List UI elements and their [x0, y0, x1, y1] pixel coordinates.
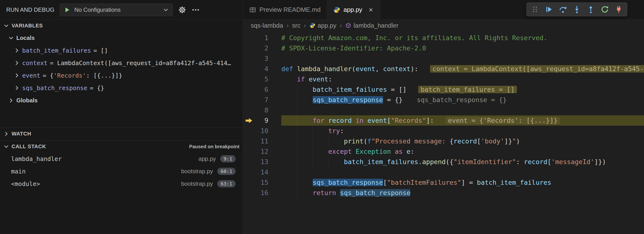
code-line-6[interactable]: 6batch_item_failures = []batch_item_fail…	[243, 84, 644, 95]
start-debugging-icon[interactable]	[64, 6, 70, 13]
variable-row-context[interactable]: context= LambdaContext([aws_request_id=a…	[0, 57, 243, 69]
more-actions-icon[interactable]	[192, 6, 200, 14]
markdown-preview-icon	[249, 6, 256, 13]
code-line-5[interactable]: 5if event:	[243, 74, 644, 84]
breadcrumb-item-app-py[interactable]: app.py	[310, 22, 336, 29]
gear-icon[interactable]	[178, 6, 186, 14]
code-editor[interactable]: 1# Copyright Amazon.com, Inc. or its aff…	[243, 31, 644, 234]
stack-frame[interactable]: mainbootstrap.py60:1	[0, 165, 243, 178]
gutter[interactable]: 9	[243, 115, 281, 126]
gutter[interactable]: 10	[243, 126, 281, 136]
stack-frame[interactable]: lambda_handlerapp.py9:1	[0, 153, 243, 165]
gutter[interactable]: 4	[243, 64, 281, 74]
chevron-down-icon	[8, 35, 14, 41]
restart-button[interactable]	[598, 3, 611, 15]
code-line-4[interactable]: 4def lambda_handler(event, context):cont…	[243, 64, 644, 74]
gutter[interactable]: 6	[243, 84, 281, 95]
symbol-method-icon	[345, 23, 351, 28]
variable-row-event[interactable]: event= {'Records': [{...}]}	[0, 69, 243, 82]
inline-debug-value: batch_item_failures = []	[418, 86, 517, 93]
line-content	[281, 105, 644, 115]
chevron-down-icon	[3, 23, 9, 29]
line-number: 12	[254, 146, 281, 157]
breadcrumb[interactable]: sqs-lambda›src›app.py›lambda_handler	[243, 20, 644, 31]
indent-guide	[297, 167, 312, 177]
code-line-3[interactable]: 3	[243, 53, 644, 64]
gutter[interactable]: 11	[243, 136, 281, 146]
gutter[interactable]: 15	[243, 177, 281, 188]
code-line-9[interactable]: 9for record in event["Records"]:event = …	[243, 115, 644, 126]
indent-guide	[281, 157, 297, 167]
line-number: 1	[254, 33, 281, 43]
breadcrumb-item-lambda-handler[interactable]: lambda_handler	[345, 22, 398, 29]
indent-guide	[297, 115, 312, 126]
code-line-14[interactable]: 14	[243, 167, 644, 177]
variable-name: event	[22, 72, 40, 79]
step-over-button[interactable]	[556, 3, 570, 15]
frame-file: bootstrap.py	[181, 180, 213, 187]
tab-app-py[interactable]: app.py	[327, 0, 380, 19]
watch-section-header[interactable]: WATCH	[0, 128, 243, 140]
scope-locals[interactable]: Locals	[0, 32, 243, 44]
code-line-13[interactable]: 13batch_item_failures.append({"itemIdent…	[243, 157, 644, 167]
call-stack-section: CALL STACK Paused on breakpoint lambda_h…	[0, 140, 243, 234]
indent-guide	[297, 157, 312, 167]
breadcrumb-item-sqs-lambda[interactable]: sqs-lambda	[251, 22, 283, 29]
drag-handle[interactable]	[528, 3, 542, 15]
indent-guide	[281, 95, 297, 105]
breadcrumb-separator: ›	[340, 22, 342, 29]
gutter[interactable]: 13	[243, 157, 281, 167]
gutter[interactable]: 8	[243, 105, 281, 115]
scope-globals[interactable]: Globals	[0, 94, 243, 107]
variables-tree: Localsbatch_item_failures= []context= La…	[0, 32, 243, 107]
close-icon	[368, 7, 374, 13]
python-icon	[333, 6, 340, 13]
code-line-12[interactable]: 12except Exception as e:	[243, 146, 644, 157]
indent-guide	[281, 84, 297, 95]
debug-config-dropdown[interactable]: No Configurations	[60, 3, 173, 16]
breadcrumb-item-src[interactable]: src	[292, 22, 300, 29]
variables-section: VARIABLES Localsbatch_item_failures= []c…	[0, 20, 243, 127]
continue-button[interactable]	[542, 3, 556, 15]
disconnect-button[interactable]	[612, 3, 625, 15]
stack-frame[interactable]: <module>bootstrap.py63:1	[0, 178, 243, 190]
code-line-11[interactable]: 11print(f"Processed message: {record['bo…	[243, 136, 644, 146]
gutter[interactable]: 12	[243, 146, 281, 157]
debug-toolbar[interactable]	[526, 2, 628, 16]
line-content: print(f"Processed message: {record['body…	[281, 136, 644, 146]
code-line-8[interactable]: 8	[243, 105, 644, 115]
debug-step-into-icon	[573, 5, 581, 13]
gutter[interactable]: 16	[243, 188, 281, 198]
indent-guide	[281, 74, 297, 84]
chevron-right-icon	[14, 85, 20, 91]
gutter[interactable]: 2	[243, 43, 281, 53]
scope-locals-label: Locals	[16, 35, 35, 41]
run-and-debug-sidebar: RUN AND DEBUG No Configurations VARIABLE…	[0, 0, 243, 234]
code-line-10[interactable]: 10try:	[243, 126, 644, 136]
line-number: 15	[254, 177, 281, 188]
tab-preview-readme-md[interactable]: Preview README.md	[243, 0, 327, 19]
code-line-16[interactable]: 16return sqs_batch_response	[243, 188, 644, 198]
step-out-button[interactable]	[584, 3, 597, 15]
gutter[interactable]: 3	[243, 53, 281, 64]
line-number: 13	[254, 157, 281, 167]
call-stack-section-header[interactable]: CALL STACK Paused on breakpoint	[0, 140, 243, 153]
code-line-2[interactable]: 2# SPDX-License-Identifier: Apache-2.0	[243, 43, 644, 53]
breadcrumb-label: app.py	[318, 22, 336, 29]
gutter[interactable]: 1	[243, 33, 281, 43]
step-into-button[interactable]	[570, 3, 583, 15]
frame-position-badge: 63:1	[217, 180, 236, 187]
variable-row-batch_item_failures[interactable]: batch_item_failures= []	[0, 44, 243, 57]
variables-section-header[interactable]: VARIABLES	[0, 20, 243, 32]
gutter[interactable]: 7	[243, 95, 281, 105]
chevron-right-icon	[14, 73, 20, 78]
debug-disconnect-icon	[615, 5, 623, 13]
gutter[interactable]: 5	[243, 74, 281, 84]
code-line-1[interactable]: 1# Copyright Amazon.com, Inc. or its aff…	[243, 33, 644, 43]
code-line-7[interactable]: 7sqs_batch_response = {}sqs_batch_respon…	[243, 95, 644, 105]
sidebar-toolbar: RUN AND DEBUG No Configurations	[0, 0, 243, 20]
code-line-15[interactable]: 15sqs_batch_response["batchItemFailures"…	[243, 177, 644, 188]
gutter[interactable]: 14	[243, 167, 281, 177]
indent-guide	[312, 136, 328, 146]
variable-row-sqs_batch_response[interactable]: sqs_batch_response= {}	[0, 82, 243, 94]
